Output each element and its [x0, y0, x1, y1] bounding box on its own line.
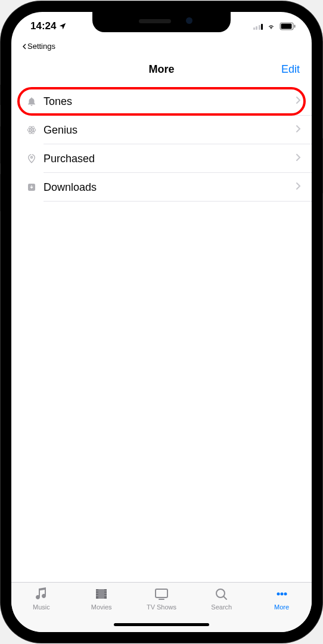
battery-icon [279, 22, 296, 30]
tab-bar: Music Movies TV Shows Search [11, 582, 312, 632]
tab-label: TV Shows [147, 603, 176, 611]
svg-rect-2 [294, 25, 296, 28]
tab-label: Movies [91, 603, 112, 611]
device-silent-switch [0, 85, 1, 105]
tab-tv-shows[interactable]: TV Shows [132, 586, 192, 611]
list-item-purchased[interactable]: Purchased [11, 144, 312, 173]
cellular-signal-icon [253, 23, 263, 30]
tab-movies[interactable]: Movies [72, 586, 132, 611]
navigation-bar: More Edit [11, 51, 312, 87]
svg-rect-14 [96, 595, 98, 596]
back-to-app-label: Settings [27, 42, 55, 51]
list-item-genius[interactable]: Genius [11, 116, 312, 144]
back-to-app-button[interactable]: Settings [22, 42, 55, 51]
location-icon [58, 22, 67, 30]
music-icon [33, 586, 49, 602]
more-list: Tones Genius Purchas [11, 87, 312, 582]
svg-rect-15 [104, 590, 107, 592]
list-item-label: Purchased [44, 153, 296, 165]
tab-music[interactable]: Music [11, 586, 72, 611]
device-volume-down [0, 174, 1, 211]
bell-icon [22, 96, 41, 107]
list-item-downloads[interactable]: Downloads [11, 173, 312, 202]
svg-point-23 [280, 593, 283, 596]
home-indicator[interactable] [114, 623, 209, 626]
page-title: More [148, 63, 174, 76]
search-icon [213, 586, 230, 602]
svg-line-21 [223, 596, 226, 599]
svg-rect-13 [96, 593, 98, 594]
tag-icon [22, 153, 41, 164]
svg-rect-18 [156, 589, 167, 597]
chevron-right-icon [296, 182, 301, 193]
tab-label: More [274, 603, 289, 611]
chevron-right-icon [296, 153, 301, 164]
film-icon [93, 586, 110, 602]
list-item-label: Genius [44, 124, 296, 137]
device-volume-up [0, 126, 1, 163]
wifi-icon [266, 22, 277, 30]
status-right [253, 22, 297, 30]
device-notch [92, 12, 231, 32]
svg-point-24 [284, 593, 287, 596]
more-icon [274, 586, 290, 602]
status-time: 14:24 [30, 20, 56, 32]
chevron-right-icon [296, 96, 301, 107]
edit-button[interactable]: Edit [281, 63, 300, 76]
screen: 14:24 Settings More Edit [11, 12, 312, 632]
svg-point-7 [31, 156, 33, 158]
chevron-right-icon [296, 125, 301, 135]
svg-rect-17 [104, 595, 107, 596]
tab-search[interactable]: Search [191, 586, 251, 611]
tv-icon [153, 586, 170, 602]
atom-icon [22, 125, 41, 135]
status-left: 14:24 [30, 20, 67, 32]
device-frame: 14:24 Settings More Edit [1, 1, 322, 643]
svg-point-22 [277, 593, 279, 596]
tab-label: Search [211, 603, 232, 611]
svg-point-3 [31, 129, 32, 131]
list-separator [44, 201, 312, 202]
list-item-label: Tones [44, 95, 296, 108]
svg-rect-1 [281, 24, 292, 29]
tab-more[interactable]: More [251, 586, 312, 611]
list-item-tones[interactable]: Tones [11, 87, 312, 116]
tab-label: Music [33, 603, 50, 611]
list-item-label: Downloads [44, 181, 296, 194]
svg-rect-16 [104, 593, 107, 594]
download-icon [22, 182, 41, 193]
svg-rect-12 [96, 590, 98, 592]
